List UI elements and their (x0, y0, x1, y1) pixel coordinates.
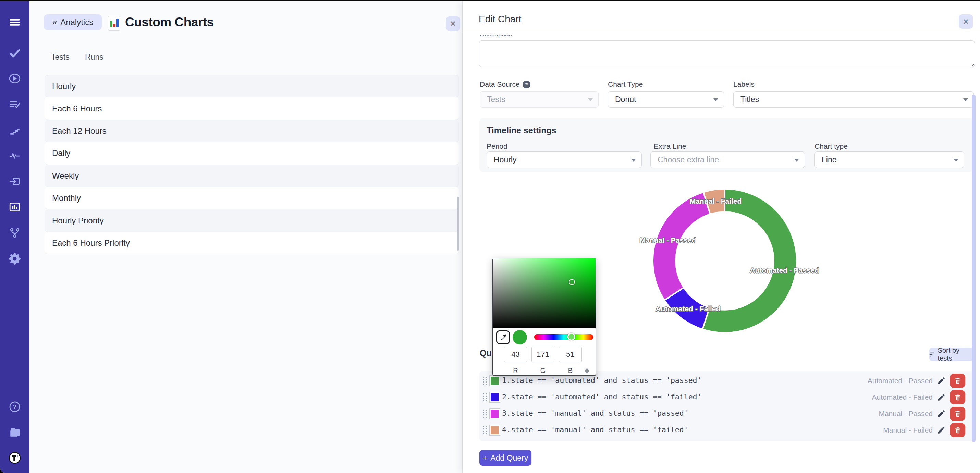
timeline-chart-type-select[interactable]: Line (815, 151, 964, 168)
chart-type-label: Chart Type (608, 80, 643, 88)
hue-slider[interactable] (534, 334, 593, 340)
trash-icon (954, 377, 961, 385)
pulse-icon[interactable] (9, 150, 21, 162)
chevron-down-icon (963, 99, 968, 102)
chevron-left-icon: « (52, 18, 57, 27)
data-source-select: Tests (480, 91, 599, 108)
labels-select[interactable]: Titles (733, 91, 974, 108)
extra-line-label: Extra Line (654, 142, 686, 150)
green-input[interactable] (531, 347, 554, 362)
close-icon: × (450, 19, 456, 29)
gear-icon[interactable] (9, 253, 21, 265)
menu-icon[interactable] (9, 16, 21, 28)
blue-input[interactable] (559, 347, 582, 362)
list-item[interactable]: Each 6 Hours Priority (45, 232, 459, 254)
query-label: Automated - Passed (795, 377, 933, 385)
color-mode-toggle[interactable] (585, 368, 590, 374)
donut-slice-label: Automated - Failed (655, 305, 720, 312)
branch-icon[interactable] (9, 226, 21, 239)
nav-rail: ? (0, 2, 29, 473)
sort-icon (929, 352, 935, 357)
edit-pencil-icon[interactable] (937, 393, 946, 402)
query-color-swatch[interactable] (489, 425, 500, 436)
check-icon[interactable] (9, 47, 21, 59)
saturation-area[interactable] (493, 258, 595, 328)
query-text[interactable]: 2.state == 'automated' and status == 'fa… (502, 392, 702, 401)
period-label: Period (487, 142, 508, 150)
current-color-swatch[interactable] (512, 330, 527, 344)
saturation-selector[interactable] (569, 279, 575, 285)
drag-handle-icon[interactable] (482, 425, 487, 435)
list-item[interactable]: Each 6 Hours (45, 97, 459, 119)
list-item[interactable]: Monthly (45, 187, 459, 209)
clipped-description-label: Description (480, 35, 582, 38)
color-picker: R G B (492, 258, 596, 376)
custom-charts-icon (108, 16, 120, 30)
play-circle-icon[interactable] (9, 72, 21, 84)
delete-query-button[interactable] (950, 374, 965, 388)
delete-query-button[interactable] (950, 423, 965, 437)
list-item[interactable]: Weekly (45, 165, 459, 187)
query-color-swatch[interactable] (489, 408, 500, 419)
chevron-down-icon (713, 99, 718, 102)
donut-slice (653, 192, 710, 300)
donut-slice-label: Manual - Failed (690, 197, 742, 205)
drawer-scrollbar[interactable] (972, 95, 975, 442)
eyedropper-button[interactable] (496, 330, 510, 344)
edit-pencil-icon[interactable] (937, 376, 946, 385)
edit-pencil-icon[interactable] (937, 409, 946, 418)
panel-close-button[interactable]: × (446, 16, 460, 31)
edit-pencil-icon[interactable] (937, 426, 946, 435)
description-textarea[interactable] (479, 40, 975, 67)
eyedropper-icon (499, 333, 507, 341)
hue-handle[interactable] (568, 333, 575, 341)
sign-in-icon[interactable] (9, 175, 21, 188)
chart-type-select[interactable]: Donut (608, 91, 724, 108)
chart-list: Hourly Each 6 Hours Each 12 Hours Daily … (45, 75, 459, 254)
query-text[interactable]: 3.state == 'manual' and status == 'passe… (502, 409, 689, 417)
period-select[interactable]: Hourly (487, 151, 642, 168)
query-color-swatch[interactable] (489, 392, 500, 403)
donut-slice-label: Automated - Passed (750, 266, 819, 274)
delete-query-button[interactable] (950, 390, 965, 405)
chevron-down-icon (631, 159, 636, 162)
tab-tests[interactable]: Tests (51, 53, 70, 62)
add-query-button[interactable]: + Add Query (479, 450, 531, 466)
list-item[interactable]: Hourly (45, 75, 459, 97)
list-item[interactable]: Daily (45, 142, 459, 164)
left-panel-scrollbar[interactable] (457, 197, 459, 250)
list-check-icon[interactable] (9, 99, 21, 111)
back-to-analytics-button[interactable]: « Analytics (44, 14, 102, 30)
sort-by-tests-button[interactable]: Sort by tests (929, 347, 973, 361)
trash-icon (954, 410, 961, 417)
divider (463, 32, 980, 32)
steps-icon[interactable] (9, 124, 21, 136)
tab-runs[interactable]: Runs (85, 53, 103, 62)
drag-handle-icon[interactable] (482, 376, 487, 385)
red-input[interactable] (504, 347, 527, 362)
trash-icon (954, 427, 961, 434)
page-title: Custom Charts (125, 15, 214, 29)
help-icon[interactable]: ? (523, 81, 530, 88)
drag-handle-icon[interactable] (482, 392, 487, 402)
blue-label: B (559, 367, 582, 374)
query-text[interactable]: 4.state == 'manual' and status == 'faile… (502, 425, 689, 434)
query-label: Manual - Failed (795, 426, 933, 434)
custom-charts-panel: « Analytics Custom Charts × Tests Runs H… (29, 2, 463, 473)
query-label: Manual - Passed (795, 409, 933, 418)
list-item[interactable]: Hourly Priority (45, 209, 459, 232)
list-item[interactable]: Each 12 Hours (45, 120, 459, 142)
bar-chart-icon[interactable] (9, 201, 21, 213)
trash-icon (954, 393, 961, 401)
query-text[interactable]: 1.state == 'automated' and status == 'pa… (502, 376, 702, 385)
drag-handle-icon[interactable] (482, 409, 487, 419)
help-icon[interactable]: ? (9, 401, 21, 413)
drawer-title: Edit Chart (479, 14, 522, 25)
drawer-close-button[interactable]: × (959, 14, 973, 29)
delete-query-button[interactable] (950, 406, 965, 421)
timeline-settings-title: Timeline settings (487, 126, 557, 135)
query-color-swatch[interactable] (489, 375, 500, 386)
logo[interactable] (9, 452, 21, 464)
folder-icon[interactable] (9, 427, 21, 439)
donut-chart: Automated - PassedAutomated - FailedManu… (629, 165, 821, 357)
